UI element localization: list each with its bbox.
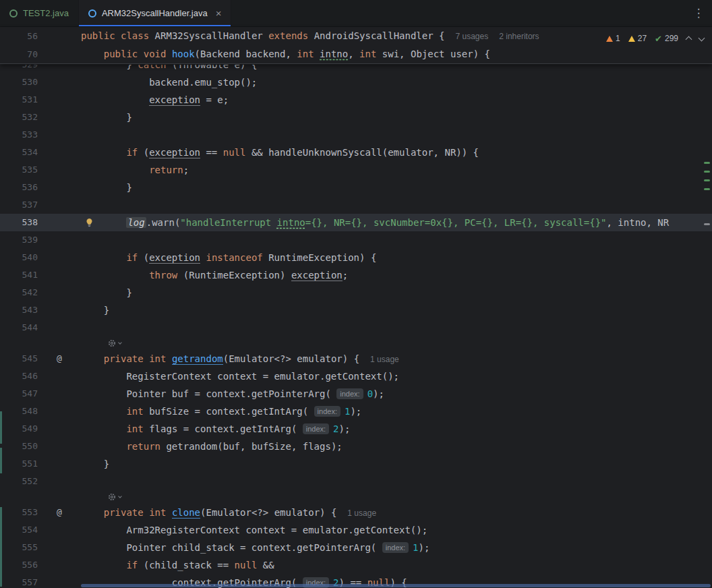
code-line-550[interactable]: 550 return getrandom(buf, bufSize, flags…	[0, 438, 712, 455]
code-line-542[interactable]: 542 }	[0, 284, 712, 301]
line-number[interactable]: 536	[0, 179, 38, 196]
gutter[interactable]: 531	[0, 91, 81, 109]
sticky-line[interactable]: 56public class ARM32SyscallHandler exten…	[0, 27, 712, 45]
code-line-554[interactable]: 554 Arm32RegisterContext context = emula…	[0, 521, 712, 539]
code-line-530[interactable]: 530 backend.emu_stop();	[0, 74, 712, 91]
code-line-551[interactable]: 551 }	[0, 455, 712, 473]
error-stripe-mark[interactable]	[704, 188, 710, 190]
line-number[interactable]: 530	[0, 74, 38, 91]
code-line-533[interactable]: 533	[0, 126, 712, 144]
gutter[interactable]: 538	[0, 214, 81, 231]
gutter[interactable]: 539	[0, 231, 81, 249]
gutter[interactable]: 542	[0, 284, 81, 301]
line-number[interactable]: 529	[0, 65, 38, 74]
line-number[interactable]: 541	[0, 266, 38, 284]
error-stripe-mark[interactable]	[704, 223, 710, 225]
line-number[interactable]: 535	[0, 161, 38, 179]
code-line-535[interactable]: 535 return;	[0, 161, 712, 179]
code-line-549[interactable]: 549 int flags = context.getIntArg( index…	[0, 420, 712, 438]
code-line-552[interactable]: 552	[0, 473, 712, 490]
line-number[interactable]: 548	[0, 403, 38, 420]
code-line-534[interactable]: 534 if (exception == null && handleUnkno…	[0, 144, 712, 161]
gutter[interactable]: 529	[0, 65, 81, 74]
annotation-gutter-icon[interactable]: @	[57, 350, 62, 368]
line-number[interactable]: 543	[0, 301, 38, 319]
token-usages-hint[interactable]: 7 usages	[456, 32, 489, 41]
gutter[interactable]: 541	[0, 266, 81, 284]
error-stripe-mark[interactable]	[704, 162, 710, 164]
line-number[interactable]: 546	[0, 368, 38, 385]
warning-indicator[interactable]: 27	[628, 34, 647, 43]
code-line-541[interactable]: 541 throw (RuntimeException) exception;	[0, 266, 712, 284]
token-usages-hint[interactable]: 2 inheritors	[499, 32, 539, 41]
inspections-widget[interactable]: 1 27 ✔ 299	[606, 31, 704, 46]
gutter[interactable]: 550	[0, 438, 81, 455]
code-line-531[interactable]: 531 exception = e;	[0, 91, 712, 109]
line-number[interactable]: 56	[0, 27, 38, 45]
line-number[interactable]: 542	[0, 284, 38, 301]
code-line-540[interactable]: 540 if (exception instanceof RuntimeExce…	[0, 249, 712, 266]
code-vision-row[interactable]	[0, 490, 712, 504]
code-line-553[interactable]: 553@ private int clone(Emulator<?> emula…	[0, 504, 712, 521]
gutter[interactable]: 540	[0, 249, 81, 266]
line-number[interactable]: 537	[0, 196, 38, 214]
gutter[interactable]: 543	[0, 301, 81, 319]
line-number[interactable]: 534	[0, 144, 38, 161]
code-line-538[interactable]: 538 log.warn("handleInterrupt intno={}, …	[0, 214, 712, 231]
gutter[interactable]: 556	[0, 556, 81, 574]
line-number[interactable]: 538	[0, 214, 38, 231]
tab-test2-java[interactable]: TEST2.java	[0, 0, 79, 26]
gutter[interactable]: 535	[0, 161, 81, 179]
line-number[interactable]: 544	[0, 319, 38, 336]
gutter[interactable]: 547	[0, 385, 81, 403]
gutter[interactable]: 532	[0, 109, 81, 126]
line-number[interactable]: 540	[0, 249, 38, 266]
code-line-539[interactable]: 539	[0, 231, 712, 249]
error-stripe-mark[interactable]	[704, 179, 710, 181]
gutter[interactable]: 533	[0, 126, 81, 144]
gutter[interactable]: 544	[0, 319, 81, 336]
code-line-548[interactable]: 548 int bufSize = context.getIntArg( ind…	[0, 403, 712, 420]
code-line-543[interactable]: 543 }	[0, 301, 712, 319]
code-line-555[interactable]: 555 Pointer child_stack = context.getPoi…	[0, 539, 712, 556]
code-vision-row[interactable]	[0, 336, 712, 350]
code-line-546[interactable]: 546 RegisterContext context = emulator.g…	[0, 368, 712, 385]
gutter[interactable]: 554	[0, 521, 81, 539]
editor[interactable]: 529 } catch (Throwable e) {530 backend.e…	[0, 65, 712, 588]
line-number[interactable]: 547	[0, 385, 38, 403]
line-number[interactable]: 531	[0, 91, 38, 109]
gutter[interactable]: 549	[0, 420, 81, 438]
line-number[interactable]: 552	[0, 473, 38, 490]
line-number[interactable]: 533	[0, 126, 38, 144]
gutter[interactable]: 555	[0, 539, 81, 556]
gutter[interactable]: 70	[0, 45, 81, 63]
annotation-gutter-icon[interactable]: @	[57, 504, 62, 521]
gutter[interactable]: 557	[0, 574, 81, 588]
gutter[interactable]: 545@	[0, 350, 81, 368]
gutter[interactable]	[0, 336, 81, 350]
gutter[interactable]: 551	[0, 455, 81, 473]
code-line-547[interactable]: 547 Pointer buf = context.getPointerArg(…	[0, 385, 712, 403]
line-number[interactable]: 550	[0, 438, 38, 455]
next-problem-button[interactable]	[699, 34, 705, 41]
gutter[interactable]: 548	[0, 403, 81, 420]
sticky-line[interactable]: 70 public void hook(Backend backend, int…	[0, 45, 712, 63]
previous-problem-button[interactable]	[686, 36, 692, 43]
line-number[interactable]: 555	[0, 539, 38, 556]
line-number[interactable]: 556	[0, 556, 38, 574]
gutter[interactable]: 537	[0, 196, 81, 214]
intention-bulb-icon[interactable]	[85, 218, 94, 230]
line-number[interactable]: 557	[0, 574, 38, 588]
gutter[interactable]	[0, 490, 81, 504]
line-number[interactable]: 70	[0, 45, 38, 63]
gutter[interactable]: 552	[0, 473, 81, 490]
gutter[interactable]: 56	[0, 27, 81, 45]
code-vision-settings-icon[interactable]	[108, 339, 121, 347]
error-stripe-mark[interactable]	[704, 171, 710, 173]
passed-indicator[interactable]: ✔ 299	[655, 34, 678, 44]
line-number[interactable]: 545	[0, 350, 38, 368]
gutter[interactable]: 546	[0, 368, 81, 385]
line-number[interactable]: 554	[0, 521, 38, 539]
gutter[interactable]: 534	[0, 144, 81, 161]
code-line-537[interactable]: 537	[0, 196, 712, 214]
